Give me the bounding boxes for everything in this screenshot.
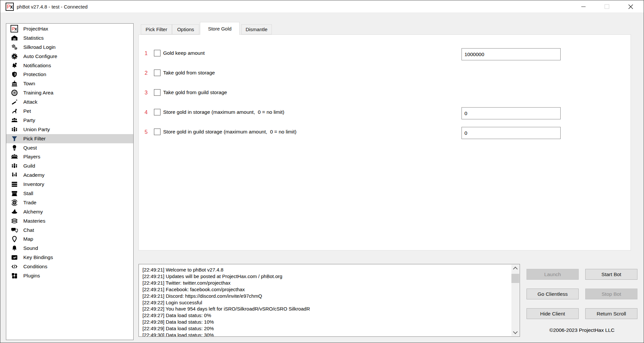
row-number: 3 [142,90,150,96]
sidebar-item-town[interactable]: Town [6,79,133,88]
log-scrollbar[interactable] [511,265,519,336]
sidebar-item-stall[interactable]: Stall [6,189,133,198]
checkbox-label: Gold keep amount [163,50,205,56]
sidebar-item-sound[interactable]: Sound [6,244,133,253]
sidebar-item-label: Statistics [23,35,44,41]
sidebar-item-union-party[interactable]: Union Party [6,125,133,134]
sidebar-item-map[interactable]: Map [6,234,133,244]
code-icon [11,263,18,271]
tab-pick-filter[interactable]: Pick Filter [141,24,172,34]
hide-client-button[interactable]: Hide Client [526,308,579,319]
sidebar-item-label: Pet [23,108,31,114]
gears-icon [11,43,18,51]
people-trio-icon [11,162,18,170]
sidebar-item-conditions[interactable]: Conditions [6,262,133,271]
maximize-button[interactable] [595,0,619,13]
sidebar-item-alchemy[interactable]: Alchemy [6,207,133,216]
sidebar-item-label: Academy [23,172,45,178]
sidebar-item-projecthax[interactable]: PxProjectHax [6,24,133,33]
app-logo-x: x [10,4,12,10]
log-line: [22:49:21] Welcome to phBot v27.4.8 [142,267,509,273]
sidebar-item-notifications[interactable]: Notifications [6,61,133,70]
checkbox-take-gold-from-storage[interactable] [154,70,161,76]
sidebar-item-label: Pick Filter [23,136,46,142]
stop-bot-button[interactable]: Stop Bot [585,289,637,299]
checkbox-store-gold-in-guild-storage-maximum-amount-0-no-limit[interactable] [154,129,161,135]
checkbox-take-gold-from-guild-storage[interactable] [154,89,161,96]
scrollbar-thumb[interactable] [511,274,519,283]
row-number: 2 [142,70,150,76]
funnel-icon [11,135,18,142]
sidebar-item-label: Inventory [23,181,44,187]
sidebar-item-label: Union Party [23,127,50,132]
row-number: 1 [142,50,150,56]
sidebar-item-masteries[interactable]: Masteries [6,216,133,226]
notification-bell-icon [11,62,18,69]
input-gold-keep-amount[interactable] [462,48,561,60]
atom-icon [11,89,18,97]
sidebar-item-guild[interactable]: Guild [6,161,133,171]
scroll-up-button[interactable] [511,265,519,272]
checkbox-store-gold-in-storage-maximum-amount-0-no-limit[interactable] [154,109,161,115]
input-store-gold-in-guild-storage[interactable] [462,127,561,139]
row-number: 4 [142,109,150,115]
shield-icon [11,71,18,78]
people-group-icon [11,116,18,124]
sidebar-item-academy[interactable]: Academy [6,171,133,180]
return-scroll-button[interactable]: Return Scroll [585,308,637,319]
go-clientless-button[interactable]: Go Clientless [526,289,579,299]
sidebar-item-label: Stall [23,191,33,196]
sidebar-item-pick-filter[interactable]: Pick Filter [6,134,133,143]
tab-store-gold[interactable]: Store Gold [200,22,240,35]
sidebar-item-auto-configure[interactable]: AAuto Configure [6,52,133,61]
window-title: phBot v27.4.8 - test - Connected [17,0,88,13]
balloon-icon [11,144,18,151]
sidebar-item-players[interactable]: Players [6,152,133,161]
projecthax-logo: Px [11,25,18,32]
mentor-icon [11,172,18,179]
sidebar-item-silkroad-login[interactable]: Silkroad Login [6,43,133,52]
sidebar-item-training-area[interactable]: Training Area [6,88,133,97]
close-button[interactable] [619,0,642,13]
enter-key-icon [11,254,18,261]
globe-icon [11,199,18,206]
store-gold-row-3: 3Take gold from guild storage [139,88,631,97]
sidebar-item-label: Silkroad Login [23,44,55,50]
sidebar-item-label: Town [23,81,35,87]
sidebar-item-label: Plugins [23,273,40,279]
start-bot-button[interactable]: Start Bot [585,269,637,280]
sidebar-item-label: Protection [23,71,46,77]
launch-button[interactable]: Launch [526,269,579,280]
input-store-gold-in-storage[interactable] [462,107,561,119]
sidebar-item-attack[interactable]: Attack [6,97,133,107]
people-trio-icon [11,126,18,133]
sidebar-item-pet[interactable]: Pet [6,107,133,116]
sidebar-item-protection[interactable]: Protection [6,70,133,79]
sidebar-item-label: Conditions [23,264,47,270]
log-lines: [22:49:21] Welcome to phBot v27.4.8[22:4… [142,267,509,337]
scroll-down-button[interactable] [511,328,519,336]
sidebar-item-statistics[interactable]: Statistics [6,33,133,43]
tab-dismantle[interactable]: Dismantle [241,24,272,34]
minimize-button[interactable] [571,0,595,13]
sidebar-item-inventory[interactable]: Inventory [6,180,133,189]
checkbox-label: Take gold from guild storage [163,90,227,95]
sidebar-item-chat[interactable]: Chat [6,226,133,235]
sidebar-item-label: Party [23,117,35,123]
stacked-bars-icon [11,181,18,188]
minimize-icon [581,7,586,7]
store-gold-row-2: 2Take gold from storage [139,69,631,77]
log-output[interactable]: [22:49:21] Welcome to phBot v27.4.8[22:4… [139,264,520,337]
row-number: 5 [142,129,150,135]
tab-options[interactable]: Options [172,24,199,34]
sidebar-item-plugins[interactable]: Plugins [6,271,133,280]
sidebar-item-quest[interactable]: Quest [6,143,133,152]
checkbox-gold-keep-amount[interactable] [154,50,161,56]
log-line: [22:49:21] Twitter: twitter.com/projecth… [142,280,509,286]
sidebar-item-party[interactable]: Party [6,116,133,125]
sidebar-item-key-bindings[interactable]: Key Bindings [6,253,133,262]
window-controls [571,0,642,13]
sidebar-item-label: Trade [23,200,36,206]
sidebar-item-trade[interactable]: Trade [6,198,133,207]
dog-icon [11,107,18,115]
